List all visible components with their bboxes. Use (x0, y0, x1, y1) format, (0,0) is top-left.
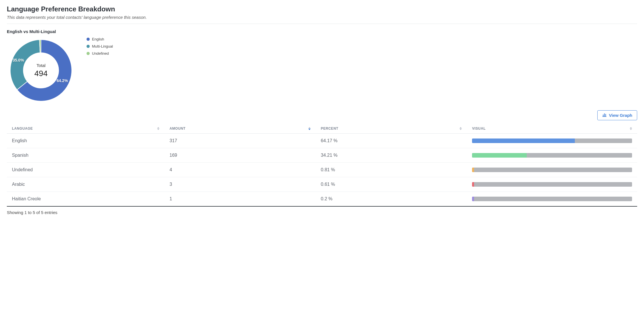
table-row: Haitian Creole10.2 % (7, 192, 637, 207)
donut-center-label: Total (34, 63, 48, 68)
legend-swatch (87, 38, 90, 41)
cell-amount: 317 (165, 134, 316, 148)
table-row: English31764.17 % (7, 134, 637, 148)
cell-language: Spanish (7, 148, 165, 163)
cell-visual (467, 177, 637, 192)
cell-amount: 4 (165, 163, 316, 177)
page-title: Language Preference Breakdown (7, 5, 637, 13)
column-label: VISUAL (472, 127, 486, 131)
legend-item[interactable]: Undefined (87, 51, 113, 56)
sort-icon (460, 127, 462, 130)
donut-center: Total 494 (34, 63, 48, 78)
svg-rect-1 (603, 115, 603, 117)
table-row: Spanish16934.21 % (7, 148, 637, 163)
donut-slice-label: 35.0% (13, 58, 24, 62)
legend-label: Undefined (92, 51, 109, 56)
visual-bar-track (472, 138, 632, 143)
legend-swatch (87, 45, 90, 48)
language-table: LANGUAGE AMOUNT PERCENT VISUAL English31… (7, 124, 637, 207)
cell-percent: 0.2 % (316, 192, 467, 207)
visual-bar-fill (472, 138, 575, 143)
divider (7, 24, 637, 24)
chart-title: English vs Multi-Lingual (7, 29, 75, 34)
sort-icon (308, 127, 311, 130)
cell-language: Arabic (7, 177, 165, 192)
donut-slice-label: 64.2% (57, 78, 68, 83)
cell-language: Haitian Creole (7, 192, 165, 207)
cell-amount: 3 (165, 177, 316, 192)
visual-bar-track (472, 153, 632, 158)
page-subtitle: This data represents your total contacts… (7, 15, 637, 20)
page-header: Language Preference Breakdown This data … (7, 5, 637, 20)
table-row: Arabic30.61 % (7, 177, 637, 192)
donut-chart-container: English vs Multi-Lingual Total 494 64.2%… (7, 29, 75, 105)
donut-chart: Total 494 64.2%35.0% (7, 36, 75, 105)
cell-language: English (7, 134, 165, 148)
chart-section: English vs Multi-Lingual Total 494 64.2%… (7, 29, 637, 105)
table-footer: Showing 1 to 5 of 5 entries (7, 207, 637, 215)
cell-visual (467, 134, 637, 148)
legend-item[interactable]: English (87, 37, 113, 41)
view-graph-label: View Graph (609, 113, 632, 118)
bar-chart-icon (602, 113, 607, 118)
cell-visual (467, 163, 637, 177)
table-header-row: LANGUAGE AMOUNT PERCENT VISUAL (7, 124, 637, 134)
visual-bar-track (472, 182, 632, 187)
sort-icon (157, 127, 159, 130)
visual-bar-fill (472, 168, 474, 172)
cell-visual (467, 148, 637, 163)
visual-bar-track (472, 197, 632, 201)
svg-rect-3 (605, 114, 606, 117)
column-label: PERCENT (321, 127, 339, 131)
legend-swatch (87, 52, 90, 55)
cell-percent: 34.21 % (316, 148, 467, 163)
visual-bar-track (472, 168, 632, 172)
column-label: AMOUNT (170, 127, 186, 131)
table-row: Undefined40.81 % (7, 163, 637, 177)
view-graph-row: View Graph (7, 110, 637, 120)
cell-percent: 0.61 % (316, 177, 467, 192)
column-header-amount[interactable]: AMOUNT (165, 124, 316, 134)
cell-amount: 1 (165, 192, 316, 207)
column-label: LANGUAGE (12, 127, 33, 131)
column-header-percent[interactable]: PERCENT (316, 124, 467, 134)
cell-language: Undefined (7, 163, 165, 177)
legend-label: Multi-Lingual (92, 44, 113, 48)
cell-percent: 0.81 % (316, 163, 467, 177)
cell-amount: 169 (165, 148, 316, 163)
view-graph-button[interactable]: View Graph (597, 110, 637, 120)
svg-rect-2 (604, 113, 605, 117)
cell-percent: 64.17 % (316, 134, 467, 148)
visual-bar-fill (472, 182, 474, 187)
cell-visual (467, 192, 637, 207)
visual-bar-fill (472, 197, 474, 201)
donut-center-value: 494 (34, 69, 48, 78)
sort-icon (630, 127, 632, 130)
legend-item[interactable]: Multi-Lingual (87, 44, 113, 48)
chart-legend: EnglishMulti-LingualUndefined (87, 29, 113, 58)
legend-label: English (92, 37, 104, 41)
column-header-language[interactable]: LANGUAGE (7, 124, 165, 134)
column-header-visual[interactable]: VISUAL (467, 124, 637, 134)
visual-bar-fill (472, 153, 527, 158)
